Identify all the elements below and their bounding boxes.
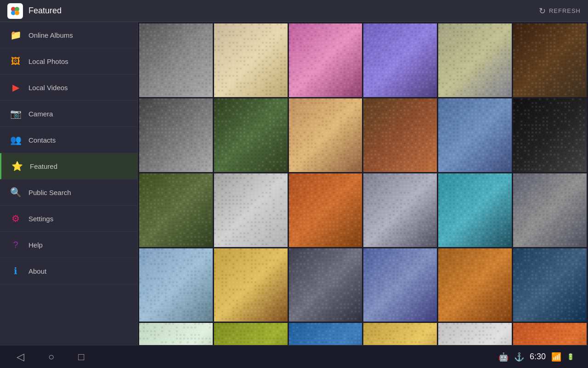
photo-image-16 xyxy=(363,173,437,247)
online-albums-icon: 📁 xyxy=(9,29,22,41)
photo-cell-1[interactable] xyxy=(139,23,213,97)
photo-cell-11[interactable] xyxy=(438,98,512,172)
photo-image-27 xyxy=(289,323,362,345)
photo-cell-29[interactable] xyxy=(438,323,512,345)
camera-icon: 📷 xyxy=(9,107,22,120)
sidebar-item-about[interactable]: ℹAbout xyxy=(0,258,137,284)
sidebar-item-local-photos[interactable]: 🖼Local Photos xyxy=(0,48,137,75)
sidebar: 📁Online Albums🖼Local Photos▶Local Videos… xyxy=(0,22,138,345)
photo-cell-16[interactable] xyxy=(363,173,437,247)
photo-image-14 xyxy=(214,173,288,247)
photo-image-24 xyxy=(513,248,587,322)
app-logo xyxy=(7,3,23,19)
main-layout: 📁Online Albums🖼Local Photos▶Local Videos… xyxy=(0,22,588,345)
settings-icon: ⚙ xyxy=(9,212,22,225)
sidebar-item-local-videos[interactable]: ▶Local Videos xyxy=(0,75,137,101)
local-photos-icon: 🖼 xyxy=(9,55,22,68)
sidebar-item-online-albums[interactable]: 📁Online Albums xyxy=(0,22,137,48)
photo-image-2 xyxy=(214,23,288,97)
public-search-icon: 🔍 xyxy=(9,186,22,199)
sidebar-item-camera[interactable]: 📷Camera xyxy=(0,101,137,127)
photo-image-26 xyxy=(214,323,288,345)
local-videos-icon: ▶ xyxy=(9,81,22,94)
photo-image-6 xyxy=(513,23,587,97)
about-icon: ℹ xyxy=(9,264,22,277)
usb-icon: ⚓ xyxy=(514,352,524,362)
photo-cell-21[interactable] xyxy=(289,248,362,322)
sidebar-label-camera: Camera xyxy=(28,110,53,118)
photo-image-1 xyxy=(139,23,213,97)
photo-cell-20[interactable] xyxy=(214,248,288,322)
photo-image-15 xyxy=(289,173,362,247)
photo-cell-9[interactable] xyxy=(289,98,362,172)
photo-cell-2[interactable] xyxy=(214,23,288,97)
battery-icon: 🔋 xyxy=(567,353,574,360)
photo-cell-17[interactable] xyxy=(438,173,512,247)
page-title: Featured xyxy=(28,6,539,16)
photo-cell-7[interactable] xyxy=(139,98,213,172)
sidebar-label-featured: Featured xyxy=(30,162,57,170)
photo-cell-14[interactable] xyxy=(214,173,288,247)
photo-cell-5[interactable] xyxy=(438,23,512,97)
sidebar-label-settings: Settings xyxy=(28,215,53,223)
photo-image-10 xyxy=(363,98,437,172)
svg-point-3 xyxy=(15,11,19,15)
photo-cell-27[interactable] xyxy=(289,323,362,345)
photo-cell-10[interactable] xyxy=(363,98,437,172)
photo-cell-24[interactable] xyxy=(513,248,587,322)
status-bar: 🤖 ⚓ 6:30 📶 🔋 xyxy=(498,352,574,362)
sidebar-label-local-videos: Local Videos xyxy=(28,84,68,92)
clock: 6:30 xyxy=(530,352,546,362)
photo-image-21 xyxy=(289,248,362,322)
photo-image-19 xyxy=(139,248,213,322)
photo-image-12 xyxy=(513,98,587,172)
photo-image-9 xyxy=(289,98,362,172)
photo-cell-19[interactable] xyxy=(139,248,213,322)
refresh-icon: ↻ xyxy=(539,6,546,16)
back-button[interactable]: ◁ xyxy=(14,348,27,366)
android-icon: 🤖 xyxy=(498,352,509,362)
photo-grid xyxy=(138,22,588,345)
photo-image-4 xyxy=(363,23,437,97)
photo-cell-23[interactable] xyxy=(438,248,512,322)
sidebar-item-help[interactable]: ?Help xyxy=(0,232,137,258)
photo-image-17 xyxy=(438,173,512,247)
bottom-bar: ◁ ○ □ 🤖 ⚓ 6:30 📶 🔋 xyxy=(0,345,588,368)
photo-cell-8[interactable] xyxy=(214,98,288,172)
sidebar-item-featured[interactable]: ⭐Featured xyxy=(0,153,137,179)
photo-image-13 xyxy=(139,173,213,247)
photo-image-5 xyxy=(438,23,512,97)
photo-cell-18[interactable] xyxy=(513,173,587,247)
photo-image-30 xyxy=(513,323,587,345)
photo-image-29 xyxy=(438,323,512,345)
sidebar-label-online-albums: Online Albums xyxy=(28,31,73,39)
photo-cell-4[interactable] xyxy=(363,23,437,97)
photo-cell-28[interactable] xyxy=(363,323,437,345)
sidebar-item-contacts[interactable]: 👥Contacts xyxy=(0,127,137,153)
help-icon: ? xyxy=(9,238,22,251)
sidebar-item-public-search[interactable]: 🔍Public Search xyxy=(0,179,137,206)
photo-image-25 xyxy=(139,323,213,345)
photo-cell-3[interactable] xyxy=(289,23,362,97)
sidebar-label-contacts: Contacts xyxy=(28,136,56,144)
photo-image-7 xyxy=(139,98,213,172)
sidebar-item-settings[interactable]: ⚙Settings xyxy=(0,206,137,232)
photo-image-18 xyxy=(513,173,587,247)
contacts-icon: 👥 xyxy=(9,133,22,146)
top-bar: Featured ↻ REFRESH xyxy=(0,0,588,22)
sidebar-label-about: About xyxy=(28,267,46,275)
recents-button[interactable]: □ xyxy=(75,348,87,366)
photo-cell-22[interactable] xyxy=(363,248,437,322)
photo-cell-13[interactable] xyxy=(139,173,213,247)
photo-cell-15[interactable] xyxy=(289,173,362,247)
photo-cell-30[interactable] xyxy=(513,323,587,345)
photo-cell-26[interactable] xyxy=(214,323,288,345)
refresh-label: REFRESH xyxy=(549,7,581,14)
photo-cell-12[interactable] xyxy=(513,98,587,172)
featured-icon: ⭐ xyxy=(11,160,23,172)
photo-cell-25[interactable] xyxy=(139,323,213,345)
photo-image-23 xyxy=(438,248,512,322)
photo-cell-6[interactable] xyxy=(513,23,587,97)
home-button[interactable]: ○ xyxy=(45,348,57,366)
refresh-button[interactable]: ↻ REFRESH xyxy=(539,6,581,16)
